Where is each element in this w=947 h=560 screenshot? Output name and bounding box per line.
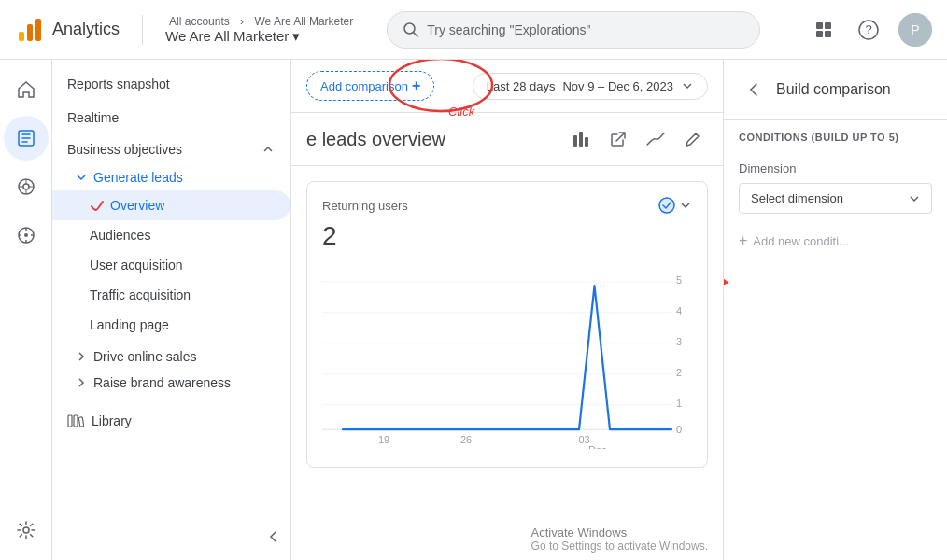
add-comparison-button[interactable]: Add comparison +	[306, 71, 434, 101]
metric-check-icon	[658, 197, 675, 214]
user-acquisition-label: User acquisition	[90, 258, 183, 273]
advertising-icon	[16, 225, 36, 245]
svg-text:19: 19	[378, 434, 389, 445]
nav-settings[interactable]	[4, 508, 49, 553]
search-placeholder: Try searching "Explorations"	[427, 22, 590, 37]
chevron-down-icon	[75, 171, 88, 184]
drive-online-sales-label: Drive online sales	[93, 349, 197, 364]
dimension-section: Dimension Select dimension	[724, 154, 947, 221]
content-header: Add comparison + Click Last 28 days Nov …	[291, 60, 723, 113]
chevron-right-icon-2	[75, 376, 88, 389]
sidebar-overview[interactable]: Overview	[52, 190, 290, 220]
main-layout: Reports snapshot Realtime Business objec…	[0, 60, 947, 560]
topbar-divider	[142, 15, 143, 45]
sidebar-reports-snapshot[interactable]: Reports snapshot	[52, 67, 290, 101]
arrow-annotation	[723, 268, 947, 308]
svg-rect-33	[573, 135, 577, 147]
add-condition-button: + Add new conditi...	[724, 221, 947, 260]
svg-marker-54	[723, 276, 729, 287]
metric-card: Returning users 2	[306, 181, 708, 468]
sidebar-traffic-acquisition[interactable]: Traffic acquisition	[52, 280, 290, 310]
metric-chart-svg: 5 4 3 2 1 0 19 26	[322, 262, 692, 449]
logo-section: Analytics	[15, 15, 120, 45]
explore-icon	[16, 176, 36, 197]
svg-rect-2	[35, 19, 41, 41]
add-condition-label: Add new conditi...	[753, 234, 849, 248]
sidebar-realtime[interactable]: Realtime	[52, 101, 290, 134]
avatar[interactable]	[898, 13, 932, 47]
svg-rect-29	[74, 415, 78, 427]
sidebar-collapse-button[interactable]	[264, 527, 283, 549]
account-section: All accounts › We Are All Marketer We Ar…	[165, 15, 357, 45]
nav-advertising[interactable]	[4, 213, 49, 258]
sidebar-landing-page[interactable]: Landing page	[52, 310, 290, 340]
insights-icon	[572, 130, 590, 148]
page-actions	[566, 124, 708, 154]
reports-icon	[16, 128, 36, 148]
grid-view-button[interactable]	[809, 15, 839, 45]
audiences-label: Audiences	[90, 228, 150, 243]
nav-home[interactable]	[4, 67, 49, 112]
check-icon	[90, 198, 105, 213]
page-title: e leads overview	[306, 129, 445, 150]
help-button[interactable]: ?	[854, 15, 883, 45]
grid-icon	[814, 21, 833, 39]
metric-controls[interactable]	[658, 197, 692, 214]
nav-reports[interactable]	[4, 116, 49, 161]
edit-button[interactable]	[678, 124, 708, 154]
svg-text:Dec: Dec	[588, 444, 607, 450]
library-label: Library	[92, 413, 132, 428]
back-button[interactable]	[739, 75, 769, 105]
overview-label: Overview	[110, 198, 164, 213]
date-range-value: Nov 9 – Dec 6, 2023	[562, 79, 673, 93]
edit-icon	[684, 130, 702, 148]
app-title: Analytics	[52, 20, 120, 39]
insights-button[interactable]	[566, 124, 596, 154]
home-icon	[16, 79, 36, 100]
sidebar-raise-brand-awareness[interactable]: Raise brand awareness	[52, 370, 290, 396]
add-condition-icon: +	[739, 232, 747, 249]
svg-rect-7	[816, 31, 823, 37]
account-name-dropdown[interactable]: We Are All Marketer ▾	[165, 28, 357, 45]
chevron-up-icon	[261, 142, 276, 157]
svg-line-4	[414, 32, 418, 36]
landing-page-label: Landing page	[90, 317, 169, 332]
metric-dropdown-icon	[679, 199, 692, 212]
svg-rect-8	[825, 31, 831, 37]
sidebar-drive-online-sales[interactable]: Drive online sales	[52, 343, 290, 370]
analytics-logo-icon	[15, 15, 45, 45]
dimension-select[interactable]: Select dimension	[739, 183, 932, 214]
svg-point-16	[23, 184, 29, 189]
date-range-label: Last 28 days	[487, 79, 556, 93]
search-bar[interactable]: Try searching "Explorations"	[387, 11, 760, 49]
icon-nav	[0, 60, 52, 560]
chevron-right-icon	[75, 350, 88, 363]
svg-text:3: 3	[676, 336, 682, 347]
raise-brand-awareness-label: Raise brand awareness	[93, 375, 231, 390]
share-button[interactable]	[603, 124, 633, 154]
svg-text:4: 4	[676, 305, 682, 316]
annotation-arrow	[723, 268, 742, 305]
svg-rect-0	[19, 32, 24, 41]
svg-rect-30	[78, 417, 84, 427]
sidebar-user-acquisition[interactable]: User acquisition	[52, 250, 290, 280]
svg-rect-5	[816, 22, 823, 29]
account-dropdown-icon: ▾	[292, 28, 300, 45]
svg-text:26: 26	[460, 434, 472, 445]
generate-leads-label: Generate leads	[93, 170, 183, 185]
settings-icon	[16, 520, 36, 540]
sidebar-business-objectives[interactable]: Business objectives	[52, 134, 290, 164]
topbar-actions: ?	[809, 13, 932, 47]
nav-explore[interactable]	[4, 164, 49, 209]
sidebar-library[interactable]: Library	[52, 403, 290, 439]
sidebar-audiences[interactable]: Audiences	[52, 220, 290, 250]
trend-button[interactable]	[641, 124, 671, 154]
collapse-icon	[264, 527, 283, 546]
metric-value: 2	[322, 221, 692, 251]
sidebar-generate-leads[interactable]: Generate leads	[52, 164, 290, 190]
date-range-button[interactable]: Last 28 days Nov 9 – Dec 6, 2023	[473, 73, 708, 100]
right-panel-header: Build comparison	[724, 60, 947, 120]
conditions-label: CONDITIONS (BUILD UP TO 5)	[724, 120, 947, 154]
svg-rect-35	[585, 137, 588, 147]
topbar: Analytics All accounts › We Are All Mark…	[0, 0, 947, 60]
